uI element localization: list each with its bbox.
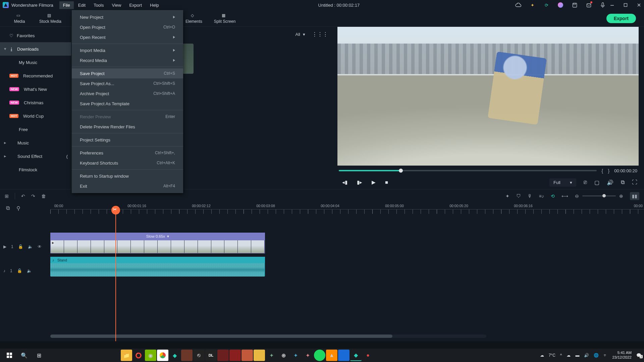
sidebar-music[interactable]: Music bbox=[0, 136, 71, 149]
next-frame-button[interactable]: ▮▸ bbox=[357, 179, 362, 185]
lock-icon[interactable]: 🔓 bbox=[17, 268, 22, 273]
pip-icon[interactable]: ⧉ bbox=[621, 179, 625, 185]
play-button[interactable]: ▶ bbox=[372, 179, 376, 185]
avatar-icon[interactable] bbox=[557, 2, 564, 8]
save-icon[interactable] bbox=[572, 2, 578, 8]
menu-archive-project[interactable]: Archive ProjectCtrl+Shift+A bbox=[72, 88, 183, 99]
preview-video[interactable] bbox=[337, 27, 639, 166]
onedrive-icon[interactable]: ☁ bbox=[567, 353, 571, 358]
taskbar-app[interactable]: ◉ bbox=[145, 350, 156, 361]
headset-icon[interactable]: ⟳ bbox=[543, 2, 549, 8]
menu-keyboard-shortcuts[interactable]: Keyboard ShortcutsCtrl+Alt+K bbox=[72, 158, 183, 168]
menu-project-settings[interactable]: Project Settings bbox=[72, 135, 183, 145]
zoom-in-button[interactable]: ⊕ bbox=[619, 193, 623, 199]
volume-tray-icon[interactable]: 🔊 bbox=[584, 353, 589, 358]
menu-save-project[interactable]: Save ProjectCtrl+S bbox=[72, 68, 183, 78]
sidebar-filmstock[interactable]: Filmstock bbox=[0, 163, 71, 176]
mic-icon[interactable] bbox=[600, 2, 606, 8]
fullscreen-icon[interactable]: ⛶ bbox=[632, 179, 637, 185]
menu-return-startup[interactable]: Return to Startup window bbox=[72, 171, 183, 181]
notification-icon[interactable] bbox=[586, 2, 592, 8]
sidebar-free[interactable]: Free bbox=[0, 123, 71, 136]
menu-open-recent[interactable]: Open Recent bbox=[72, 32, 183, 42]
export-button[interactable]: Export bbox=[606, 14, 636, 23]
sidebar-world-cup[interactable]: HOTWorld Cup bbox=[0, 109, 71, 123]
magnet-icon[interactable]: ⚲ bbox=[16, 205, 20, 212]
sidebar-recommended[interactable]: HOTRecommended bbox=[0, 69, 71, 82]
taskbar-app[interactable]: ● bbox=[362, 350, 374, 361]
voiceover-icon[interactable]: 🎙 bbox=[528, 193, 532, 199]
timeline-view-icon[interactable]: ▮▮ bbox=[630, 192, 639, 200]
shield-icon[interactable]: ⛉ bbox=[516, 193, 521, 199]
menu-delete-render[interactable]: Delete Preview Render Files bbox=[72, 122, 183, 132]
lightbulb-icon[interactable]: ✦ bbox=[529, 2, 535, 8]
lock-icon[interactable]: 🔓 bbox=[18, 244, 23, 249]
taskbar-app[interactable]: ⭕ bbox=[133, 350, 144, 361]
menu-edit[interactable]: Edit bbox=[74, 1, 89, 9]
grid-view-icon[interactable]: ⋮⋮⋮ bbox=[312, 31, 328, 38]
audio-clip[interactable]: Stand bbox=[50, 257, 265, 276]
link-track-icon[interactable]: ⧉ bbox=[6, 205, 10, 211]
weather-icon[interactable]: ☁ bbox=[540, 353, 544, 358]
undo-button[interactable]: ↶ bbox=[21, 193, 25, 199]
delete-button[interactable]: 🗑 bbox=[41, 193, 46, 199]
quality-select[interactable]: Full▾ bbox=[549, 178, 576, 187]
mark-in-icon[interactable]: { bbox=[601, 168, 603, 174]
snapshot-icon[interactable]: ▢ bbox=[594, 179, 599, 186]
volume-icon[interactable]: 🔊 bbox=[607, 179, 613, 186]
menu-open-project[interactable]: Open ProjectCtrl+O bbox=[72, 22, 183, 32]
search-button[interactable]: 🔍 bbox=[17, 349, 31, 362]
layout-icon[interactable]: ⊞ bbox=[5, 193, 9, 199]
menu-file[interactable]: File bbox=[59, 1, 74, 9]
menu-import-media[interactable]: Import Media bbox=[72, 45, 183, 55]
menu-export[interactable]: Export bbox=[125, 1, 146, 9]
taskbar-app[interactable] bbox=[338, 350, 350, 361]
stop-button[interactable]: ■ bbox=[385, 179, 388, 185]
taskbar-app[interactable] bbox=[241, 350, 253, 361]
tray-chevron[interactable]: ^ bbox=[560, 353, 562, 358]
sidebar-sound-effect[interactable]: Sound Effect( bbox=[0, 149, 71, 163]
taskbar-app[interactable] bbox=[254, 350, 265, 361]
battery-icon[interactable]: ▬ bbox=[575, 353, 579, 358]
prev-frame-button[interactable]: ◂▮ bbox=[342, 179, 347, 185]
sidebar-downloads[interactable]: ⭳Downloads bbox=[0, 42, 71, 56]
tab-media[interactable]: ▭Media bbox=[4, 10, 35, 27]
mark-out-icon[interactable]: } bbox=[608, 168, 609, 174]
redo-button[interactable]: ↷ bbox=[31, 193, 35, 199]
spotlight-icon[interactable]: ✦ bbox=[505, 193, 509, 199]
clock[interactable]: 5:41 AM 23/12/2022 bbox=[612, 351, 632, 360]
minimize-button[interactable] bbox=[610, 3, 614, 7]
menu-tools[interactable]: Tools bbox=[90, 1, 107, 9]
taskbar-app[interactable] bbox=[229, 350, 241, 361]
menu-record-media[interactable]: Record Media bbox=[72, 55, 183, 65]
mute-icon[interactable]: 🔈 bbox=[28, 244, 33, 249]
video-clip[interactable] bbox=[50, 240, 265, 253]
taskbar-app[interactable]: ✦ bbox=[302, 350, 313, 361]
cloud-icon[interactable] bbox=[515, 2, 521, 8]
taskbar-app[interactable]: ✦ bbox=[266, 350, 277, 361]
taskbar-app[interactable]: 📁 bbox=[121, 350, 132, 361]
maximize-button[interactable] bbox=[623, 3, 628, 7]
eye-icon[interactable]: 👁 bbox=[38, 244, 42, 249]
menu-preferences[interactable]: PreferencesCtrl+Shift+, bbox=[72, 148, 183, 158]
taskbar-app[interactable]: ⎋ bbox=[193, 350, 205, 361]
tab-stock-media[interactable]: ▤Stock Media bbox=[35, 10, 66, 27]
timeline-ruler[interactable]: ⧉ ⚲ 00:00 00:00:01:16 00:00:02:12 00:00:… bbox=[0, 202, 644, 214]
sidebar-my-music[interactable]: My Music bbox=[0, 56, 71, 69]
fit-icon[interactable]: ⟷ bbox=[561, 193, 568, 199]
taskbar-app[interactable]: ◆ bbox=[169, 350, 180, 361]
taskbar-app[interactable] bbox=[181, 350, 193, 361]
start-button[interactable] bbox=[3, 349, 16, 362]
notifications-button[interactable]: 💬2 bbox=[636, 353, 641, 358]
mute-icon[interactable]: 🔈 bbox=[27, 268, 32, 273]
display-icon[interactable]: ⎚ bbox=[584, 179, 587, 185]
playhead[interactable]: ✂ bbox=[115, 214, 116, 341]
taskbar-app[interactable]: ✦ bbox=[290, 350, 301, 361]
tab-split-screen[interactable]: ▦Split Screen bbox=[209, 10, 240, 27]
filter-all[interactable]: All▾ bbox=[292, 31, 309, 38]
audio-mixer-icon[interactable]: ≡♪ bbox=[539, 193, 544, 199]
sidebar-whats-new[interactable]: NEWWhat's New bbox=[0, 82, 71, 96]
menu-save-template[interactable]: Save Project As Template bbox=[72, 99, 183, 109]
timeline[interactable]: ✂ ▶1 🔓 🔈 👁 ♪1 🔓 🔈 Slow 0.65x ▾ Stand bbox=[0, 214, 644, 341]
scrub-handle[interactable] bbox=[399, 169, 403, 173]
